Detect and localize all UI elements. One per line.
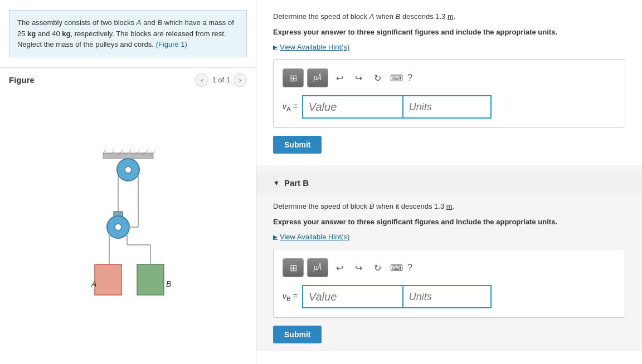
svg-text:B: B	[166, 279, 171, 288]
part-a-var-label: vA =	[283, 102, 298, 112]
svg-rect-23	[95, 264, 121, 295]
part-b-express: Express your answer to three significant…	[273, 217, 625, 228]
part-a-input-row: vA =	[283, 95, 616, 119]
part-a-hint-link[interactable]: View Available Hint(s)	[273, 43, 625, 51]
problem-text: The assembly consists of two blocks A an…	[17, 18, 234, 48]
refresh-icon-b: ↻	[374, 263, 381, 273]
part-b-keyboard-button[interactable]: ⌨	[388, 260, 404, 276]
keyboard-icon: ⌨	[390, 73, 403, 83]
part-b-hint-link[interactable]: View Available Hint(s)	[273, 233, 625, 241]
part-a-express: Express your answer to three significant…	[273, 27, 625, 38]
part-a-answer-box: ⊞ μÅ ↩ ↪ ↻ ⌨ ?	[273, 59, 625, 128]
part-a-grid-button[interactable]: ⊞	[283, 68, 304, 87]
part-b-var-label: vB =	[283, 292, 298, 302]
part-b-grid-button[interactable]: ⊞	[283, 258, 304, 277]
grid-icon: ⊞	[290, 73, 297, 83]
part-b-redo-button[interactable]: ↪	[351, 260, 366, 276]
redo-icon: ↪	[355, 73, 362, 83]
part-b-mu-button[interactable]: μÅ	[307, 258, 328, 277]
part-a-submit-button[interactable]: Submit	[273, 136, 322, 154]
part-b-question: Determine the speed of block B when it d…	[273, 201, 625, 212]
figure-label: Figure	[9, 75, 35, 85]
figure-header: Figure ‹ 1 of 1 ›	[0, 67, 256, 92]
part-a-mu-button[interactable]: μÅ	[307, 68, 328, 87]
part-b-help-icon[interactable]: ?	[407, 263, 412, 273]
part-b-value-input[interactable]	[302, 285, 402, 308]
mu-icon: μÅ	[314, 74, 322, 82]
undo-icon-b: ↩	[336, 263, 343, 273]
part-a-value-input[interactable]	[302, 95, 402, 119]
part-a-toolbar: ⊞ μÅ ↩ ↪ ↻ ⌨ ?	[283, 68, 616, 87]
part-b-refresh-button[interactable]: ↻	[369, 260, 385, 276]
part-b-title: Part B	[284, 178, 309, 188]
part-b-section: ▼ Part B Determine the speed of block B …	[256, 165, 642, 351]
svg-point-10	[125, 166, 132, 173]
part-a-units-input[interactable]	[402, 95, 492, 119]
part-b-toolbar: ⊞ μÅ ↩ ↪ ↻ ⌨ ?	[283, 258, 616, 277]
figure-area: A B	[0, 92, 256, 365]
left-panel: The assembly consists of two blocks A an…	[0, 0, 256, 364]
svg-rect-25	[137, 264, 164, 295]
svg-text:A: A	[91, 279, 96, 288]
part-b-input-row: vB =	[283, 285, 616, 308]
part-a-keyboard-button[interactable]: ⌨	[388, 70, 404, 86]
svg-line-2	[103, 150, 106, 153]
grid-icon-b: ⊞	[290, 263, 297, 273]
pulley-diagram: A B	[72, 147, 184, 309]
part-a-refresh-button[interactable]: ↻	[369, 70, 385, 86]
part-a-undo-button[interactable]: ↩	[332, 70, 347, 86]
undo-icon: ↩	[336, 73, 343, 83]
page-indicator: 1 of 1	[212, 76, 230, 84]
part-a-hint-text: View Available Hint(s)	[280, 43, 349, 51]
part-b-units-input[interactable]	[402, 285, 492, 308]
mu-icon-b: μÅ	[314, 264, 322, 272]
part-a-help-icon[interactable]: ?	[407, 73, 412, 83]
right-panel: Determine the speed of block A when B de…	[256, 0, 642, 364]
part-b-toggle-icon[interactable]: ▼	[273, 179, 280, 187]
problem-description: The assembly consists of two blocks A an…	[9, 10, 247, 57]
part-b-answer-box: ⊞ μÅ ↩ ↪ ↻ ⌨ ?	[273, 249, 625, 318]
part-a-section: Determine the speed of block A when B de…	[273, 11, 625, 154]
part-a-redo-button[interactable]: ↪	[351, 70, 366, 86]
part-b-header: ▼ Part B	[256, 173, 642, 193]
next-figure-button[interactable]: ›	[234, 73, 247, 87]
svg-point-16	[115, 224, 121, 230]
redo-icon-b: ↪	[355, 263, 362, 273]
prev-figure-button[interactable]: ‹	[195, 73, 208, 87]
part-a-question: Determine the speed of block A when B de…	[273, 11, 625, 22]
figure-navigation: ‹ 1 of 1 ›	[195, 73, 247, 87]
keyboard-icon-b: ⌨	[390, 263, 403, 273]
refresh-icon: ↻	[374, 73, 381, 83]
part-b-submit-button[interactable]: Submit	[273, 326, 322, 343]
part-b-undo-button[interactable]: ↩	[332, 260, 347, 276]
part-b-hint-text: View Available Hint(s)	[280, 233, 349, 241]
